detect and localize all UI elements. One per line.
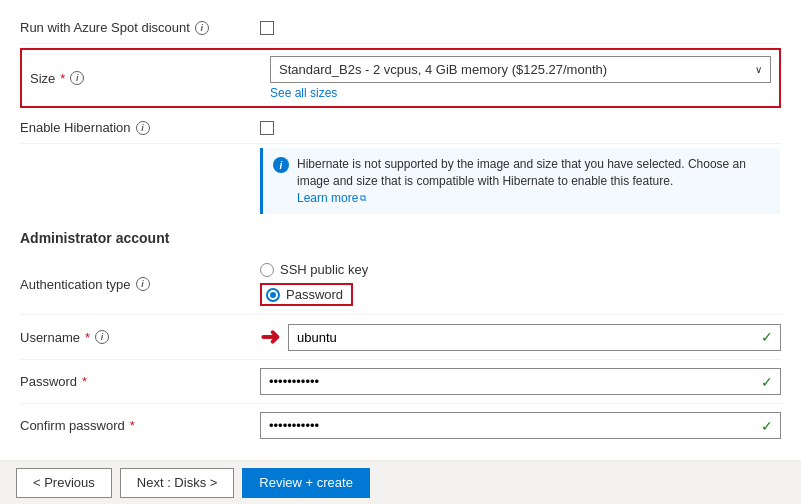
username-input-wrapper: ✓	[288, 324, 781, 351]
size-row-wrapper: Size * i Standard_B2s - 2 vcpus, 4 GiB m…	[20, 48, 781, 108]
confirm-password-row: Confirm password * ✓	[20, 404, 781, 447]
previous-button[interactable]: < Previous	[16, 468, 112, 498]
password-required: *	[82, 374, 87, 389]
azure-spot-value	[260, 21, 781, 35]
username-arrow-icon: ➜	[260, 323, 280, 351]
hibernation-label-text: Enable Hibernation	[20, 120, 131, 135]
size-chevron-icon: ∨	[755, 64, 762, 75]
hibernation-checkbox[interactable]	[260, 121, 274, 135]
azure-spot-label-text: Run with Azure Spot discount	[20, 20, 190, 35]
azure-spot-row: Run with Azure Spot discount i	[20, 12, 781, 44]
azure-spot-info-icon[interactable]: i	[195, 21, 209, 35]
username-required: *	[85, 330, 90, 345]
password-radio-button[interactable]	[266, 288, 280, 302]
footer: < Previous Next : Disks > Review + creat…	[0, 460, 801, 504]
size-dropdown-value: Standard_B2s - 2 vcpus, 4 GiB memory ($1…	[279, 62, 607, 77]
username-value: ➜ ✓	[260, 323, 781, 351]
auth-type-password-option[interactable]: Password	[260, 283, 368, 306]
auth-type-radio-group: SSH public key Password	[260, 262, 368, 306]
username-info-icon[interactable]: i	[95, 330, 109, 344]
size-select-wrapper: Standard_B2s - 2 vcpus, 4 GiB memory ($1…	[270, 56, 771, 100]
password-row: Password * ✓	[20, 360, 781, 404]
hibernation-value	[260, 121, 781, 135]
password-value: ✓	[260, 368, 781, 395]
size-info-icon[interactable]: i	[70, 71, 84, 85]
auth-type-label: Authentication type	[20, 277, 131, 292]
username-input[interactable]	[288, 324, 781, 351]
see-all-sizes-link[interactable]: See all sizes	[270, 86, 771, 100]
hibernation-row: Enable Hibernation i	[20, 112, 781, 144]
size-dropdown[interactable]: Standard_B2s - 2 vcpus, 4 GiB memory ($1…	[270, 56, 771, 83]
size-label-col: Size * i	[30, 71, 270, 86]
confirm-password-input[interactable]	[260, 412, 781, 439]
username-checkmark-icon: ✓	[761, 329, 773, 345]
form-container: Run with Azure Spot discount i Size * i …	[0, 0, 801, 460]
confirm-password-checkmark-icon: ✓	[761, 418, 773, 434]
azure-spot-label: Run with Azure Spot discount i	[20, 20, 260, 35]
username-label-col: Username * i	[20, 330, 260, 345]
size-label-text: Size	[30, 71, 55, 86]
hibernate-info-text: Hibernate is not supported by the image …	[297, 156, 770, 206]
password-selected-box: Password	[260, 283, 353, 306]
ssh-radio-button[interactable]	[260, 263, 274, 277]
size-row: Size * i Standard_B2s - 2 vcpus, 4 GiB m…	[30, 56, 771, 100]
username-row: Username * i ➜ ✓	[20, 315, 781, 360]
learn-more-text: Learn more	[297, 190, 358, 207]
auth-type-info-icon[interactable]: i	[136, 277, 150, 291]
azure-spot-checkbox[interactable]	[260, 21, 274, 35]
learn-more-link[interactable]: Learn more ⧉	[297, 190, 366, 207]
confirm-password-input-wrapper: ✓	[260, 412, 781, 439]
confirm-password-label: Confirm password	[20, 418, 125, 433]
password-label: Password	[286, 287, 343, 302]
ssh-label: SSH public key	[280, 262, 368, 277]
confirm-password-value: ✓	[260, 412, 781, 439]
username-label: Username	[20, 330, 80, 345]
auth-type-value: SSH public key Password	[260, 262, 781, 306]
password-checkmark-icon: ✓	[761, 374, 773, 390]
admin-section-header: Administrator account	[20, 218, 781, 254]
password-input[interactable]	[260, 368, 781, 395]
password-label-col: Password *	[20, 374, 260, 389]
size-required: *	[60, 71, 65, 86]
auth-type-row: Authentication type i SSH public key Pas…	[20, 254, 781, 315]
auth-type-ssh-option[interactable]: SSH public key	[260, 262, 368, 277]
hibernate-info-icon: i	[273, 157, 289, 173]
next-disks-button[interactable]: Next : Disks >	[120, 468, 235, 498]
review-create-button[interactable]: Review + create	[242, 468, 370, 498]
hibernate-info-message: Hibernate is not supported by the image …	[297, 157, 746, 188]
hibernate-info-box: i Hibernate is not supported by the imag…	[260, 148, 780, 214]
confirm-password-required: *	[130, 418, 135, 433]
external-link-icon: ⧉	[360, 192, 366, 205]
confirm-password-label-col: Confirm password *	[20, 418, 260, 433]
password-field-label: Password	[20, 374, 77, 389]
auth-type-label-col: Authentication type i	[20, 277, 260, 292]
hibernation-label-col: Enable Hibernation i	[20, 120, 260, 135]
password-input-wrapper: ✓	[260, 368, 781, 395]
hibernation-info-icon[interactable]: i	[136, 121, 150, 135]
